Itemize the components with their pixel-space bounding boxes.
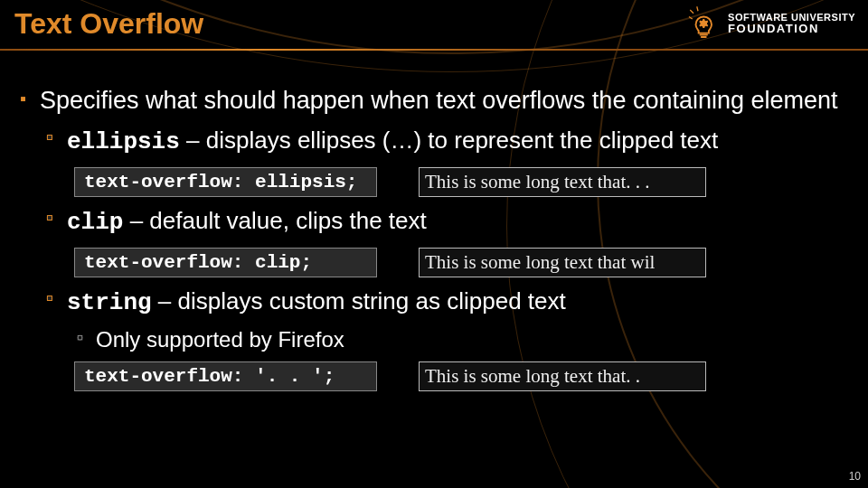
keyword-ellipsis: ellipsis <box>67 128 180 155</box>
demo-clip: This is some long text that wil <box>419 248 706 277</box>
note-firefox: Only supported by Firefox <box>78 327 848 352</box>
demo-string: This is some long text that. . <box>419 361 706 391</box>
desc-clip: – default value, clips the text <box>123 207 426 234</box>
keyword-clip: clip <box>67 209 123 236</box>
desc-string: – displays custom string as clipped text <box>152 287 566 314</box>
main-bullet: Specifies what should happen when text o… <box>20 85 848 117</box>
code-string: text-overflow: '. . '; <box>74 361 377 391</box>
svg-line-2 <box>697 6 698 11</box>
sub-bullet-ellipsis: ellipsis – displays ellipses (…) to repr… <box>47 126 848 158</box>
title-underline <box>0 49 868 51</box>
demo-ellipsis: This is some long text that. . . <box>419 167 706 197</box>
svg-line-0 <box>689 17 693 20</box>
sub-bullet-string: string – displays custom string as clipp… <box>47 286 848 319</box>
page-number: 10 <box>849 470 861 483</box>
slide-body: Specifies what should happen when text o… <box>20 85 848 391</box>
svg-line-1 <box>690 10 693 14</box>
logo-text-bottom: FOUNDATION <box>728 23 855 34</box>
code-clip: text-overflow: clip; <box>74 248 377 277</box>
brand-logo: SOFTWARE UNIVERSITY FOUNDATION <box>684 5 855 42</box>
desc-ellipsis: – displays ellipses (…) to represent the… <box>180 127 718 154</box>
code-ellipsis: text-overflow: ellipsis; <box>74 167 377 197</box>
slide-title: Text Overflow <box>14 7 203 41</box>
sub-bullet-clip: clip – default value, clips the text <box>47 206 848 239</box>
lightbulb-gear-icon <box>684 5 721 42</box>
keyword-string: string <box>67 289 152 316</box>
